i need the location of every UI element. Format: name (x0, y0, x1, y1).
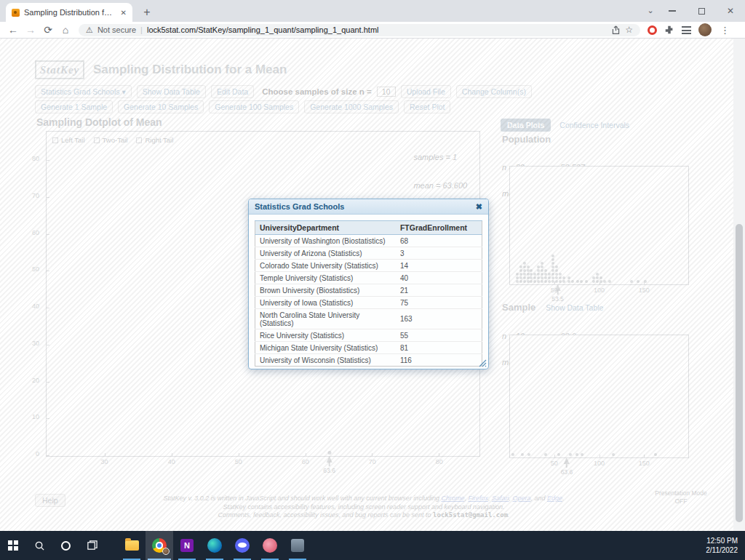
clock-date: 2/11/2022 (706, 545, 738, 555)
cortana-icon (61, 541, 71, 551)
gray-app-icon (291, 539, 304, 552)
data-table: UniversityDepartment FTGradEnrollment Un… (255, 220, 482, 367)
table-row: Brown University (Biostatistics)21 (255, 284, 482, 297)
back-button[interactable]: ← (4, 24, 22, 36)
browser-tab[interactable]: Sampling Distribution for a Mean ✕ (6, 3, 132, 22)
table-row: Rice University (Statistics)55 (255, 329, 482, 342)
cell-enrollment: 116 (396, 354, 482, 367)
refresh-button[interactable]: ⟳ (39, 24, 57, 36)
forward-button[interactable]: → (22, 24, 39, 36)
new-tab-button[interactable]: + (140, 5, 154, 20)
onenote-icon: N (180, 539, 194, 552)
dialog-title: Statistics Grad Schools (255, 202, 344, 211)
windows-logo-icon (8, 540, 18, 551)
table-row: University of Arizona (Statistics)3 (255, 247, 482, 260)
profile-avatar[interactable] (698, 23, 712, 36)
scrollbar-thumb[interactable] (736, 224, 743, 522)
cell-enrollment: 21 (396, 284, 482, 297)
chrome-profile-badge (162, 548, 170, 555)
tab-close-icon[interactable]: ✕ (121, 9, 127, 17)
taskbar-app-gray[interactable] (284, 531, 311, 560)
cell-enrollment: 81 (396, 342, 482, 354)
minimize-button[interactable] (658, 0, 687, 22)
clock-time: 12:50 PM (706, 536, 738, 545)
taskbar-app-pink[interactable] (256, 531, 284, 560)
url-text[interactable]: lock5stat.com/StatKey/sampling_1_quant/s… (147, 25, 607, 34)
cell-enrollment: 75 (396, 297, 482, 309)
browser-toolbar: ← → ⟳ ⌂ ⚠ Not secure | lock5stat.com/Sta… (0, 22, 745, 39)
edge-icon (207, 538, 222, 553)
column-header-enrollment[interactable]: FTGradEnrollment (396, 221, 482, 235)
task-view-icon (87, 540, 97, 551)
table-row: University of Washington (Biostatistics)… (255, 235, 482, 247)
search-icon (34, 540, 45, 551)
close-window-button[interactable]: ✕ (716, 0, 745, 22)
taskbar-edge[interactable] (201, 531, 228, 560)
page-scrollbar[interactable] (733, 39, 745, 531)
cell-university: University of Iowa (Statistics) (255, 297, 396, 309)
not-secure-warning-icon[interactable]: ⚠ (86, 25, 93, 35)
security-label: Not secure (97, 25, 136, 34)
cell-university: Colorado State University (Statistics) (255, 260, 396, 272)
share-icon[interactable] (611, 25, 621, 35)
extensions-row: ⋮ (648, 23, 736, 36)
column-header-university[interactable]: UniversityDepartment (255, 221, 396, 235)
window-controls: ✕ (658, 0, 745, 22)
cell-university: Rice University (Statistics) (255, 329, 396, 342)
desktop-screen: Sampling Distribution for a Mean ✕ + ⌄ ✕… (0, 0, 745, 560)
dialog-close-icon[interactable]: ✖ (476, 203, 482, 211)
maximize-icon (698, 8, 705, 15)
cell-university: Brown University (Biostatistics) (255, 284, 396, 297)
tab-favicon-icon (12, 9, 20, 17)
maximize-button[interactable] (687, 0, 716, 22)
cell-enrollment: 55 (396, 329, 482, 342)
file-explorer-icon (125, 540, 139, 551)
url-divider: | (140, 25, 143, 34)
bookmark-star-icon[interactable]: ☆ (625, 25, 633, 35)
red-o-extension-icon[interactable] (648, 25, 657, 35)
table-row: University of Iowa (Statistics)75 (255, 297, 482, 309)
table-header-row: UniversityDepartment FTGradEnrollment (255, 221, 482, 235)
dialog-title-bar[interactable]: Statistics Grad Schools ✖ (249, 199, 488, 215)
tab-search-chevron-icon[interactable]: ⌄ (643, 6, 658, 15)
cortana-button[interactable] (52, 531, 79, 560)
cell-enrollment: 3 (396, 247, 482, 260)
home-button[interactable]: ⌂ (57, 24, 74, 36)
taskbar-chrome[interactable] (146, 531, 173, 560)
cell-enrollment: 14 (396, 260, 482, 272)
cell-university: Temple University (Statistics) (255, 272, 396, 284)
table-row: Colorado State University (Statistics)14 (255, 260, 482, 272)
cell-university: Michigan State University (Statistics) (255, 342, 396, 354)
taskbar-discord[interactable] (228, 531, 256, 560)
cell-university: North Carolina State University (Statist… (255, 309, 396, 329)
cell-university: University of Wisconsin (Statistics) (255, 354, 396, 367)
taskbar-file-explorer[interactable] (118, 531, 146, 560)
task-view-button[interactable] (79, 531, 105, 560)
address-bar[interactable]: ⚠ Not secure | lock5stat.com/StatKey/sam… (79, 24, 640, 36)
browser-tab-strip: Sampling Distribution for a Mean ✕ + ⌄ ✕ (0, 0, 745, 22)
dialog-body: UniversityDepartment FTGradEnrollment Un… (249, 215, 488, 367)
search-button[interactable] (26, 531, 52, 560)
cell-enrollment: 40 (396, 272, 482, 284)
cell-enrollment: 163 (396, 309, 482, 329)
list-icon[interactable] (682, 26, 691, 34)
start-button[interactable] (0, 531, 26, 560)
windows-taskbar: N 12:50 PM 2/11/2022 (0, 531, 745, 560)
taskbar-clock[interactable]: 12:50 PM 2/11/2022 (706, 531, 745, 560)
cell-university: University of Arizona (Statistics) (255, 247, 396, 260)
minimize-icon (669, 10, 676, 12)
dialog-resize-grip[interactable] (479, 359, 487, 367)
taskbar-onenote[interactable]: N (173, 531, 201, 560)
cell-university: University of Washington (Biostatistics) (255, 235, 396, 247)
table-row: Michigan State University (Statistics)81 (255, 342, 482, 354)
extensions-puzzle-icon[interactable] (664, 25, 674, 35)
tab-title: Sampling Distribution for a Mean (24, 8, 116, 17)
discord-icon (235, 538, 250, 553)
cell-enrollment: 68 (396, 235, 482, 247)
table-row: University of Wisconsin (Statistics)116 (255, 354, 482, 367)
table-row: Temple University (Statistics)40 (255, 272, 482, 284)
table-row: North Carolina State University (Statist… (255, 309, 482, 329)
page-viewport: StatKey Sampling Distribution for a Mean… (0, 39, 745, 531)
browser-menu-icon[interactable]: ⋮ (720, 25, 730, 36)
data-table-dialog: Statistics Grad Schools ✖ UniversityDepa… (248, 199, 489, 369)
